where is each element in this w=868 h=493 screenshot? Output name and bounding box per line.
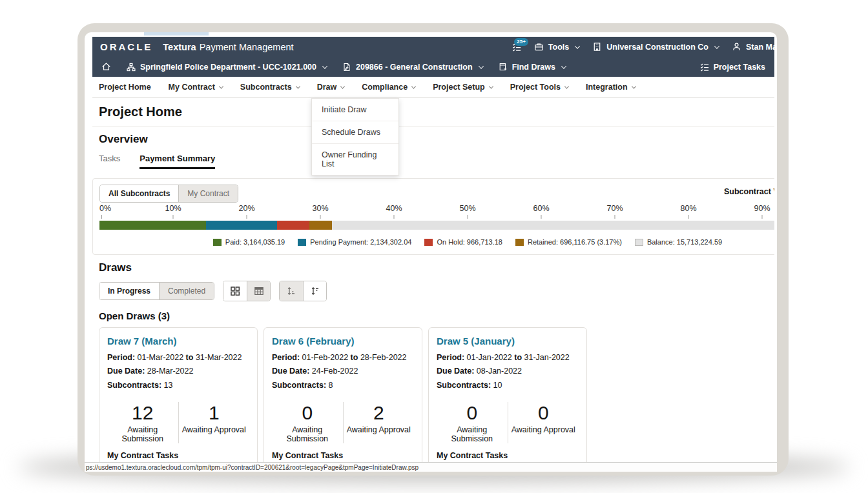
legend-swatch xyxy=(213,239,222,246)
draw-dropdown-item-initiate-draw[interactable]: Initiate Draw xyxy=(312,99,398,121)
scope-toggle-my-contract[interactable]: My Contract xyxy=(178,185,238,202)
tools-menu[interactable]: Tools xyxy=(534,42,579,52)
table-view-button[interactable] xyxy=(247,281,270,301)
chevron-down-icon xyxy=(575,43,580,48)
percent-axis: 0%10%20%30%40%50%60%70%80%90% xyxy=(99,204,774,219)
grid-view-icon xyxy=(230,286,240,296)
legend-swatch xyxy=(515,239,524,246)
my-contract-tasks-heading: My Contract Tasks xyxy=(272,451,414,460)
draw-card-title[interactable]: Draw 6 (February) xyxy=(272,336,414,347)
axis-tick-label: 0% xyxy=(99,204,111,214)
menu-item-project-tools[interactable]: Project Tools xyxy=(510,83,568,92)
contract-selector[interactable]: 209866 - General Construction xyxy=(342,63,483,72)
tab-tasks[interactable]: Tasks xyxy=(99,154,120,169)
menu-item-label: Project Setup xyxy=(433,83,485,92)
legend-label: Pending Payment: 2,134,302.04 xyxy=(310,238,411,246)
my-contract-tasks-heading: My Contract Tasks xyxy=(437,451,579,460)
menu-item-draw[interactable]: Draw xyxy=(317,83,345,92)
legend-label: On Hold: 966,713.18 xyxy=(437,238,502,246)
menu-item-subcontracts[interactable]: Subcontracts xyxy=(240,83,300,92)
draw-due-subcontracts: Due Date: 28-Mar-2022 Subcontracts: 13 xyxy=(107,365,249,392)
checklist-icon xyxy=(700,63,709,72)
draw-dropdown-item-schedule-draws[interactable]: Schedule Draws xyxy=(312,121,398,144)
period-to: to xyxy=(351,353,358,362)
axis-tick-mark xyxy=(101,215,102,219)
legend-label: Paid: 3,164,035.19 xyxy=(225,238,285,246)
axis-tick-mark xyxy=(541,215,542,219)
menu-item-label: Subcontracts xyxy=(240,83,292,92)
sort-descending-icon xyxy=(310,286,320,296)
chevron-down-icon xyxy=(632,84,636,88)
sort-descending-button[interactable] xyxy=(303,281,326,301)
axis-tick: 60% xyxy=(533,204,549,219)
tab-payment-summary[interactable]: Payment Summary xyxy=(140,154,215,169)
tasks-button[interactable]: 25+ xyxy=(512,43,521,52)
draw-card: Draw 6 (February)Period: 01-Feb-2022 to … xyxy=(264,327,422,472)
axis-tick: 10% xyxy=(165,204,181,219)
menu-item-my-contract[interactable]: My Contract xyxy=(169,83,223,92)
menu-item-project-home[interactable]: Project Home xyxy=(99,83,151,92)
scope-toggle-all-subcontracts[interactable]: All Subcontracts xyxy=(100,185,178,202)
menu-item-compliance[interactable]: Compliance xyxy=(362,83,415,92)
stat-value: 0 xyxy=(510,402,578,425)
subcontract-value-label: Subcontract Value xyxy=(724,187,774,196)
status-url: ps://usdemo1.textura.oraclecloud.com/tpm… xyxy=(86,464,418,471)
chevron-down-icon xyxy=(489,84,493,88)
sort-ascending-icon xyxy=(286,286,296,296)
page-title-bar: Project Home xyxy=(92,98,774,126)
bar-segment-pending-payment xyxy=(206,221,276,230)
draw-stats: 12Awaiting Submission1Awaiting Approval xyxy=(107,402,249,444)
axis-tick: 70% xyxy=(606,204,623,219)
draw-card-title[interactable]: Draw 7 (March) xyxy=(107,336,249,347)
menu-item-project-setup[interactable]: Project Setup xyxy=(433,83,493,92)
status-toggle-completed[interactable]: Completed xyxy=(159,283,214,299)
sort-ascending-button[interactable] xyxy=(280,281,303,301)
grid-view-button[interactable] xyxy=(223,281,247,301)
project-selector[interactable]: Springfield Police Department - UCC-1021… xyxy=(127,63,327,72)
stat-value: 1 xyxy=(180,402,249,425)
axis-tick: 80% xyxy=(680,204,696,219)
axis-tick: 40% xyxy=(386,204,402,219)
draw-period: Period: 01-Mar-2022 to 31-Mar-2022 xyxy=(107,351,249,365)
legend-swatch xyxy=(635,239,643,246)
axis-tick: 30% xyxy=(312,204,328,219)
draws-heading: Draws xyxy=(99,261,774,274)
legend-item-on-hold: On Hold: 966,713.18 xyxy=(424,238,502,246)
draw-card: Draw 5 (January)Period: 01-Jan-2022 to 3… xyxy=(428,327,587,472)
bar-segment-retained xyxy=(309,221,332,230)
project-tasks-button[interactable]: Project Tasks xyxy=(700,63,774,72)
overview-tabs: TasksPayment Summary xyxy=(99,154,774,169)
sort-controls xyxy=(279,281,327,301)
legend-item-retained: Retained: 696,116.75 (3.17%) xyxy=(515,238,622,246)
user-label: Stan Martin xyxy=(746,43,774,52)
menu-item-label: Draw xyxy=(317,83,337,92)
home-button[interactable] xyxy=(101,62,111,72)
axis-tick-label: 40% xyxy=(386,204,402,214)
status-toggle-in-progress[interactable]: In Progress xyxy=(99,283,159,299)
due-date-label: Due Date: xyxy=(272,367,309,376)
page-title: Project Home xyxy=(99,105,774,119)
table-view-icon xyxy=(254,286,264,296)
user-menu[interactable]: Stan Martin xyxy=(732,42,774,52)
company-menu[interactable]: Universal Construction Co xyxy=(592,42,719,52)
legend-swatch xyxy=(424,239,433,246)
oracle-logo: ORACLE xyxy=(100,41,152,52)
my-contract-tasks-heading: My Contract Tasks xyxy=(107,451,249,460)
axis-tick-mark xyxy=(173,215,174,219)
axis-tick: 50% xyxy=(459,204,475,219)
stat-awaiting-submission: 12Awaiting Submission xyxy=(107,402,178,444)
axis-tick-mark xyxy=(615,215,615,219)
draw-dropdown-item-owner-funding-list[interactable]: Owner Funding List xyxy=(312,144,398,175)
browser-status-bar: ps://usdemo1.textura.oraclecloud.com/tpm… xyxy=(85,462,777,472)
browser-tab-artifact xyxy=(144,32,209,35)
find-draws-menu[interactable]: Find Draws xyxy=(499,63,566,72)
browser-window: ORACLE TexturaPayment Management 25+ Too… xyxy=(85,32,777,472)
menu-item-integration[interactable]: Integration xyxy=(586,83,636,92)
stat-value: 0 xyxy=(273,402,342,425)
draw-card-title[interactable]: Draw 5 (January) xyxy=(437,336,579,347)
stat-value: 0 xyxy=(438,402,506,425)
chevron-down-icon xyxy=(714,43,719,48)
find-draws-label: Find Draws xyxy=(512,63,555,72)
product-suffix: Payment Management xyxy=(200,42,294,52)
stat-label: Awaiting Submission xyxy=(438,425,506,443)
